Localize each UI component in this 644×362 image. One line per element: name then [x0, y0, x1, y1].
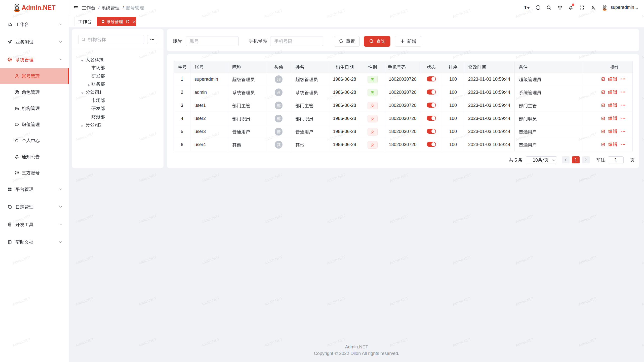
- svg-text:T: T: [524, 5, 527, 10]
- svg-text:T: T: [527, 6, 530, 10]
